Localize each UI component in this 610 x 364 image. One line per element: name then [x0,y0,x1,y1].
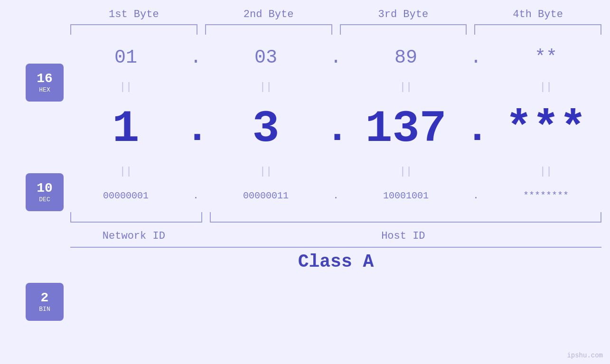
hex-badge-number: 16 [37,72,53,86]
bottom-brackets [66,212,605,225]
eq-sym-1: || [66,81,185,93]
byte-labels-row: 1st Byte 2nd Byte 3rd Byte 4th Byte [0,0,610,20]
hex-dot-3: . [465,47,487,68]
eq-sym-4: || [487,81,605,93]
bin-dot-1: . [185,190,206,201]
top-bracket-1 [70,24,197,35]
eq2-sym-1: || [66,166,185,177]
byte-label-2: 2nd Byte [201,9,336,20]
dec-dot-2: . [325,106,347,152]
dec-val-2: 3 [206,103,325,155]
class-section: Class A [70,247,601,275]
hex-dot-1: . [185,47,206,68]
host-id-label: Host ID [201,230,605,242]
hex-val-2: 03 [206,47,325,68]
hex-values-row: 01 . 03 . 89 . ** [66,37,605,78]
host-bracket [210,212,601,223]
bin-val-1: 00000001 [66,190,185,201]
eq-row-2: || || || || [66,162,605,180]
bin-val-2: 00000011 [206,190,325,201]
content-area: 16 HEX 10 DEC 2 BIN 01 [0,20,610,364]
hex-dot-2: . [325,47,347,68]
byte-label-4: 4th Byte [470,9,605,20]
bin-values-row: 00000001 . 00000011 . 10001001 . *******… [66,180,605,211]
top-bracket-3 [340,24,467,35]
dec-values-row: 1 . 3 . 137 . *** [66,96,605,162]
footer: ipshu.com [567,352,603,359]
badges-sidebar: 16 HEX 10 DEC 2 BIN [0,20,66,364]
eq-row-1: || || || || [66,78,605,96]
eq2-sym-2: || [206,166,325,177]
hex-val-4: ** [487,47,605,68]
bin-val-3: 10001001 [347,190,465,201]
id-label-row: Network ID Host ID [66,225,605,247]
bin-val-4: ******** [487,190,605,201]
dec-dot-3: . [465,106,487,152]
eq-sym-3: || [347,81,465,93]
bin-badge-number: 2 [41,291,49,306]
class-a-label: Class A [298,252,374,272]
dec-val-4: *** [487,103,605,155]
main-layout: 1st Byte 2nd Byte 3rd Byte 4th Byte 16 H… [0,0,610,364]
top-brackets [66,24,605,37]
eq2-sym-3: || [347,166,465,177]
dec-val-1: 1 [66,103,185,155]
hex-val-3: 89 [347,47,465,68]
bin-badge-unit: BIN [39,306,50,313]
bin-badge: 2 BIN [26,283,64,321]
dec-dot-1: . [185,106,206,152]
dec-badge-number: 10 [37,181,53,196]
footer-text: ipshu.com [567,352,603,359]
dec-badge-unit: DEC [39,196,50,203]
hex-badge-unit: HEX [39,86,50,93]
hex-val-1: 01 [66,47,185,68]
network-id-label: Network ID [66,230,201,242]
hex-badge: 16 HEX [26,64,64,102]
columns-area: 01 . 03 . 89 . ** || || || || 1 . [66,20,605,364]
top-bracket-4 [474,24,601,35]
dec-badge: 10 DEC [26,173,64,211]
dec-val-3: 137 [347,103,465,155]
network-bracket [70,212,202,223]
top-bracket-2 [205,24,332,35]
byte-label-3: 3rd Byte [336,9,471,20]
eq2-sym-4: || [487,166,605,177]
bin-dot-3: . [465,190,487,201]
bin-dot-2: . [325,190,347,201]
eq-sym-2: || [206,81,325,93]
byte-label-1: 1st Byte [66,9,201,20]
